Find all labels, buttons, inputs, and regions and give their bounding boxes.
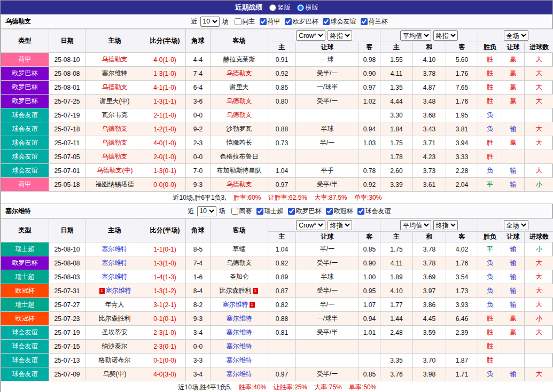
result-goals: [525, 108, 553, 122]
team-name[interactable]: 塞尔维特: [227, 342, 252, 350]
avg-draw: [413, 340, 446, 354]
avg-select[interactable]: 平均值: [400, 30, 431, 41]
bookmaker-select[interactable]: Crow*: [296, 30, 325, 41]
col-handicap-result: 让球: [502, 232, 525, 242]
team-name[interactable]: 乌德勒支: [227, 69, 252, 77]
filter-checkbox[interactable]: [357, 208, 364, 215]
team-name[interactable]: 塞尔维特: [227, 328, 252, 336]
team-name[interactable]: 福图纳锡塔德: [96, 181, 134, 188]
avg-stage-select[interactable]: 终指: [433, 220, 458, 230]
team-name[interactable]: 比尔森胜利: [99, 315, 131, 322]
team-name[interactable]: 塞尔维特: [223, 301, 248, 308]
team-name[interactable]: 瓦尔韦克: [102, 111, 128, 119]
team-name[interactable]: 年青人: [105, 301, 124, 308]
odds-stage-select[interactable]: 终指: [328, 30, 352, 41]
avg-stage-select[interactable]: 终指: [433, 30, 458, 41]
team-name[interactable]: 草蜢: [233, 245, 246, 253]
team-name[interactable]: 色格拉布鲁日: [220, 153, 259, 160]
filter-option[interactable]: 荷甲: [260, 17, 281, 26]
team-name[interactable]: 乌契(中): [103, 370, 127, 378]
filter-checkbox[interactable]: [260, 18, 267, 25]
team-name[interactable]: 圣加仑: [230, 273, 249, 280]
match-row: 欧冠杯25-07-23比尔森胜利0-1(0-1)9-3塞尔维特0.88一/球半0…: [1, 312, 553, 326]
team-name[interactable]: 格勒诺布尔: [99, 356, 131, 364]
odds-stage-select[interactable]: 终指: [328, 220, 352, 230]
avg-home: 1.78: [380, 150, 413, 164]
filter-checkbox[interactable]: [285, 18, 292, 25]
odds-handicap: [296, 354, 359, 367]
odds-away: 1.01: [359, 326, 380, 340]
team-name[interactable]: 乌德勒支: [102, 153, 128, 160]
horizontal-layout-radio[interactable]: [297, 4, 304, 11]
fulltime-select[interactable]: 全场: [504, 220, 528, 230]
filter-option[interactable]: 同主: [235, 17, 255, 26]
league-badge: 球会友谊: [1, 340, 49, 354]
away-team-cell: 塞尔维特: [211, 312, 268, 326]
result-outcome: 胜: [478, 326, 502, 340]
team-name[interactable]: 乌德勒支: [227, 97, 252, 105]
layout-horizontal-option[interactable]: 横版: [297, 3, 318, 12]
avg-draw: 4.87: [413, 81, 446, 95]
filter-checkbox[interactable]: [235, 18, 242, 25]
filter-checkbox[interactable]: [326, 208, 333, 215]
team-name[interactable]: 乌德勒支: [102, 125, 128, 132]
filter-checkbox[interactable]: [288, 208, 295, 215]
team-name[interactable]: 乌德勒支: [227, 111, 252, 119]
filter-option[interactable]: 瑞士超: [256, 207, 284, 216]
team-name[interactable]: 乌德勒支(中): [97, 167, 133, 174]
team-name[interactable]: 塞尔维特: [102, 259, 128, 266]
summary-single-rate: 单率:50%: [349, 383, 376, 391]
filter-checkbox[interactable]: [256, 208, 263, 215]
team-name[interactable]: 塞尔维特: [102, 273, 128, 280]
filter-option[interactable]: 欧冠杯: [326, 207, 353, 216]
vertical-layout-radio[interactable]: [269, 4, 276, 11]
filter-checkbox[interactable]: [231, 208, 238, 215]
away-team-cell: 赫拉克莱斯: [211, 53, 268, 67]
filter-checkbox[interactable]: [323, 18, 330, 25]
layout-vertical-option[interactable]: 竖版: [269, 3, 291, 12]
team-name[interactable]: 塞尔维特: [102, 69, 128, 77]
team-name[interactable]: 恺撒酋长: [227, 139, 252, 146]
odds-away: 1.03: [359, 136, 380, 150]
result-handicap: 输: [502, 367, 525, 381]
team-name[interactable]: 乌德勒支: [102, 56, 128, 63]
red-card-badge: 1: [99, 288, 105, 294]
filter-option[interactable]: 球会友谊: [323, 17, 356, 26]
filter-option[interactable]: 欧罗巴杯: [285, 17, 318, 26]
filter-option[interactable]: 球会友谊: [357, 207, 391, 216]
bookmaker-select[interactable]: Crow*: [296, 220, 325, 230]
team-name[interactable]: 乌德勒支: [227, 259, 252, 266]
team-name[interactable]: 比尔森胜利: [220, 287, 252, 294]
avg-select[interactable]: 平均值: [400, 220, 431, 230]
team-name[interactable]: 乌德勒支: [102, 139, 128, 146]
home-team-cell: 1塞尔维特: [85, 284, 144, 298]
result-group-header: 全场: [478, 29, 553, 42]
result-goals: [525, 340, 553, 354]
filter-option[interactable]: 同赛: [231, 207, 252, 216]
team-name[interactable]: 塞尔维特: [106, 287, 131, 294]
team-name[interactable]: 乌德勒支: [227, 181, 252, 188]
match-score: 4-0(1-0): [144, 53, 186, 67]
team-name[interactable]: 纳沙泰尔: [102, 342, 128, 350]
team-name[interactable]: 塞尔维特: [227, 356, 252, 364]
team-name[interactable]: 塞尔维特: [227, 315, 252, 322]
match-count-select[interactable]: 10: [197, 206, 216, 216]
match-count-select[interactable]: 10: [200, 17, 220, 27]
odds-home: 1.04: [268, 242, 296, 256]
team-name[interactable]: 赫拉克莱斯: [223, 56, 255, 63]
team-name[interactable]: 塞尔维特: [102, 245, 128, 253]
match-date: 25-08-01: [49, 81, 85, 95]
team-name[interactable]: 谢里夫(中): [100, 97, 130, 105]
team-name[interactable]: 乌德勒支: [102, 83, 128, 91]
fulltime-select[interactable]: 全场: [504, 30, 528, 41]
filter-option[interactable]: 荷兰杯: [361, 17, 388, 26]
team-name[interactable]: 圣埃蒂安: [102, 328, 128, 336]
corner-count: 8-4: [186, 284, 211, 298]
team-name[interactable]: 谢里夫: [230, 83, 249, 91]
corner-count: 6-4: [186, 81, 211, 95]
team-name[interactable]: 塞尔维特: [227, 370, 252, 378]
team-name[interactable]: 布加勒斯特星队: [217, 167, 262, 174]
team-name[interactable]: 沙勒罗瓦: [227, 125, 252, 132]
filter-option[interactable]: 欧罗巴杯: [288, 207, 322, 216]
filter-checkbox[interactable]: [361, 18, 368, 25]
